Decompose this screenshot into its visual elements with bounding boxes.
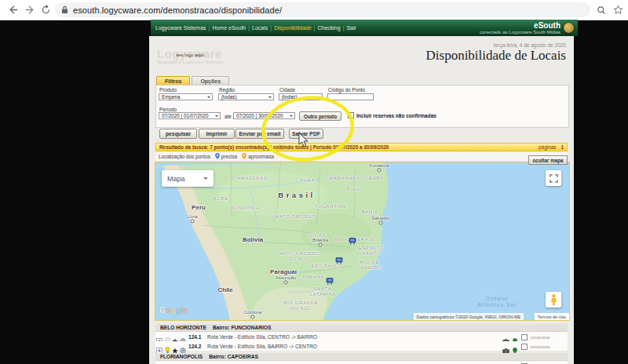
group-city: BELO HORIZONTE [160,325,206,330]
ocultar-mapa-button[interactable]: ocultar mapa [528,155,568,165]
map-label-bolivia: Bolivia [243,236,263,243]
bookmark-star-icon[interactable] [612,3,625,16]
proposta-label: proposta [531,334,550,340]
outro-periodo-button[interactable]: Outro período [299,111,341,121]
chevron-down-icon [203,177,208,182]
proposta-checkbox[interactable] [521,334,528,340]
map-label-chile: Chile [217,286,233,293]
map-type-control[interactable]: Mapa [162,170,214,187]
city-dot-icon [284,281,288,285]
map-label-amazonas: AMAZONAS [237,176,267,181]
map-label-piaui: PIAUÍ [347,187,362,192]
map-label-lima: Lima [187,214,197,219]
nav-separator: | [343,25,345,31]
nav-separator: | [209,25,210,31]
map-canvas[interactable]: Mapa Google Dados cartográficos ©2020 Go… [155,162,570,321]
group-header-florianopolis: FLORIANOPOLISBairro: CAPOEIRAS [155,353,568,361]
regiao-label: Região [219,87,235,93]
produto-select[interactable]: Empena [159,93,213,100]
refresh-icon[interactable] [39,3,53,16]
result-row-124-3: 124.3Rota Verde - Edifício Sila, BAIRRO … [155,361,568,364]
nav-separator: | [270,25,272,31]
pegman-control[interactable] [546,292,561,308]
cidade-select[interactable]: (todas) [279,93,323,100]
google-logo: Google [159,306,188,315]
site-window: Logycware Sistemas|Home eSouth|Locais|Di… [149,20,578,364]
map-label-rondonia: RONDÔNIA [230,206,259,211]
salvar-pdf-button[interactable]: Salvar PDF [289,129,323,139]
map-marker-billboard-icon[interactable] [335,253,343,268]
codigo-do-ponto-input[interactable] [327,93,374,100]
ate-label: até [225,114,232,119]
map-marker-billboard-icon[interactable] [349,234,356,248]
cidade-label: Cidade [279,87,295,93]
filters-box: Produto Região Cidade Código do Ponto Em… [155,85,569,128]
periodo-de-select[interactable]: 07/2020 | 01/07/2020 [159,112,221,119]
group-header-belo-horizonte: BELO HORIZONTEBairro: FUNCIONARIOS [155,324,568,332]
page-date: terça-feira, 4 de agosto de 2020 [494,42,566,48]
map-label-assuncao: Assunção [276,275,296,280]
pesquisar-button[interactable]: pesquisar [159,129,197,139]
map-label-acre: ACRE [213,196,228,202]
url-text: esouth.logycware.com/demonstracao/dispon… [73,5,282,15]
result-row-124-2: 124.2Rota Verde - Edifício Sila, BAIRRO … [155,341,568,351]
terms-link[interactable]: Termos de Uso [535,313,569,320]
brand-name: eSouth [480,21,560,30]
address-bar[interactable]: esouth.logycware.com/demonstracao/dispon… [55,2,590,17]
page-panel: Logycware seu logo aqui Qualidade e Lógi… [149,36,574,364]
proposta-checkbox[interactable] [521,344,528,350]
map-label-peru: Peru [192,204,206,211]
map-label-cordova: Córdova [244,310,262,315]
row-description: Rota Verde - Edifício Sila, CENTRO -> BA… [207,334,317,340]
map-label-tocantins: TOCANTINS [315,204,346,209]
result-summary: Resultado da busca: 7 ponto(s) encontrad… [159,144,389,150]
pages-indicator: páginas1 [539,144,564,150]
city-dot-icon [191,220,195,224]
map-legend: Localização dos pontos precisa aproximad… [155,152,568,161]
logo-placeholder-text: seu logo aqui [176,53,204,57]
map-label-maranhao: MARANHÃO [329,176,360,181]
incluir-reservas-checkbox[interactable] [348,112,354,118]
page-title: Disponibilidade de Locais [426,48,566,64]
map-label-mato-grosso: MATO GROSSO [275,214,315,220]
group-bairro: Bairro: FUNCIONARIOS [213,325,271,330]
forward-icon[interactable] [24,3,37,16]
produto-label: Produto [159,87,177,93]
precise-pin-icon [215,153,220,160]
map-label-brasil: Brasil [278,191,315,199]
nav-item-locais[interactable]: Locais [252,25,268,31]
legend-precisa: precisa [221,154,237,159]
search-icon[interactable] [594,3,608,16]
city-dot-icon [379,221,383,225]
map-label-bahia: BAHIA [361,209,378,215]
city-dot-icon [251,315,255,319]
browser-chrome: esouth.logycware.com/demonstracao/dispon… [0,0,628,20]
map-type-label: Mapa [167,175,185,183]
brand-icon [564,23,574,33]
fullscreen-button[interactable] [546,170,561,186]
enviar-por-email-button[interactable]: Enviar por email [236,129,284,139]
nav-item-checking[interactable]: Checking [317,25,340,31]
periodo-ate-select[interactable]: 07/2020 | 30/09/2020 [233,112,295,119]
legend-title: Localização dos pontos [159,154,210,159]
nav-item-home-esouth[interactable]: Home eSouth [212,25,246,31]
map-attribution: Dados cartográficos ©2020 Google, INEGI,… [414,313,524,320]
approx-pin-icon [242,153,246,160]
nav-item-disponibilidade[interactable]: Disponibilidade [274,25,311,31]
back-icon[interactable] [6,3,20,16]
codigo-label: Código do Ponto [328,87,365,93]
top-navbar: Logycware Sistemas|Home eSouth|Locais|Di… [151,20,578,36]
nav-menu: Logycware Sistemas|Home eSouth|Locais|Di… [151,25,356,31]
regiao-select[interactable]: (todas) [218,93,274,100]
nav-item-sair[interactable]: Sair [346,25,356,31]
row-code: 124.2 [188,344,202,349]
group-city: FLORIANOPOLIS [160,354,203,359]
legend-aproximada: aproximada [248,154,274,159]
map-label-ceara: CEARÁ [365,176,384,181]
map-marker-billboard-icon[interactable] [326,274,334,288]
map-label-para: PARÁ [301,178,315,184]
imprimir-button[interactable]: Imprimir [199,129,235,139]
brand-box: eSouth conectado ao Logycware South Midi… [480,21,578,35]
nav-separator: | [248,25,250,31]
nav-item-logycware-sistemas[interactable]: Logycware Sistemas [155,25,206,31]
